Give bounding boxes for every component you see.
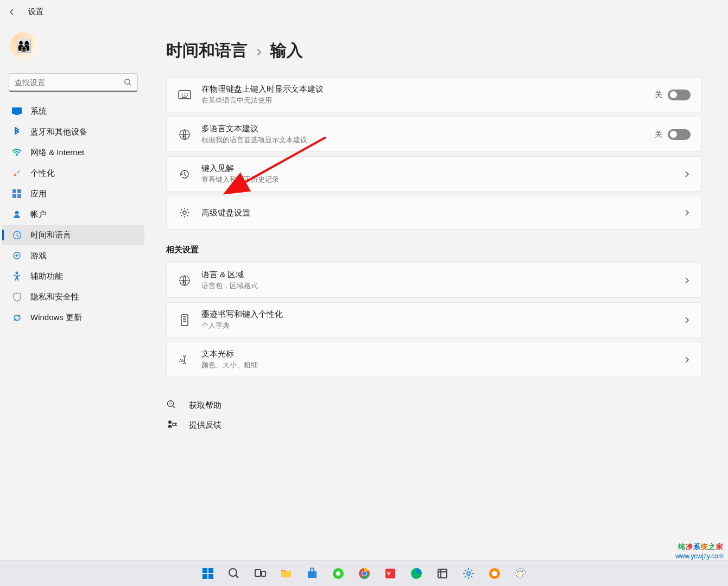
help-label: 提供反馈 <box>189 420 221 430</box>
app-title: 设置 <box>28 7 43 17</box>
history-icon <box>178 167 192 181</box>
watermark-text: 纯净系统之家 <box>678 542 724 552</box>
sidebar-item-time-language[interactable]: 时间和语言 <box>2 225 144 245</box>
feedback-link[interactable]: 提供反馈 <box>166 416 702 434</box>
sidebar-item-gaming[interactable]: 游戏 <box>2 246 144 265</box>
breadcrumb-parent[interactable]: 时间和语言 <box>166 40 248 62</box>
nav-label: 网络 & Internet <box>30 148 84 158</box>
display-icon <box>12 106 22 116</box>
svg-rect-2 <box>15 114 19 115</box>
nav-label: 辅助功能 <box>30 271 63 282</box>
setting-advanced-keyboard[interactable]: 高级键盘设置 <box>166 196 702 230</box>
taskbar: ¥ <box>0 560 728 586</box>
svg-point-0 <box>125 79 130 84</box>
svg-rect-5 <box>17 189 21 193</box>
svg-rect-25 <box>208 568 213 573</box>
setting-title: 键入见解 <box>201 163 683 174</box>
svg-rect-24 <box>202 568 207 573</box>
sidebar-item-personalize[interactable]: 个性化 <box>2 163 144 183</box>
setting-sub: 查看键入和更正历史记录 <box>201 175 683 184</box>
network-icon <box>12 148 22 157</box>
back-button[interactable] <box>5 5 18 18</box>
nav-label: 应用 <box>30 189 47 199</box>
watermark: 纯净系统之家 www.ycwjzy.com <box>675 542 724 560</box>
search-box[interactable] <box>9 73 138 92</box>
avatar: 👨‍👩‍👧 <box>10 32 38 60</box>
setting-text: 文本光标 颜色、大小、粗细 <box>201 349 683 370</box>
setting-title: 语言 & 区域 <box>201 270 683 280</box>
nav-label: 隐私和安全性 <box>30 292 79 302</box>
setting-text: 高级键盘设置 <box>201 208 683 218</box>
toggle-switch[interactable] <box>668 129 691 140</box>
svg-rect-7 <box>17 194 21 198</box>
feedback-icon <box>166 419 178 431</box>
get-help-link[interactable]: ? 获取帮助 <box>166 397 702 414</box>
setting-sub: 颜色、大小、粗细 <box>201 360 683 370</box>
content-pane: 时间和语言 › 输入 在物理键盘上键入时显示文本建议 在某些语言中无法使用 关 … <box>147 23 728 509</box>
setting-title: 墨迹书写和键入个性化 <box>201 309 683 320</box>
sidebar-item-privacy[interactable]: 隐私和安全性 <box>2 287 144 307</box>
toggle-switch[interactable] <box>668 90 691 100</box>
svg-text:字: 字 <box>182 280 186 284</box>
taskbar-app-red[interactable]: ¥ <box>379 563 401 584</box>
titlebar: 设置 <box>0 0 728 23</box>
sidebar-item-network[interactable]: 网络 & Internet <box>2 143 144 162</box>
svg-point-46 <box>517 574 519 575</box>
svg-rect-30 <box>262 571 265 576</box>
svg-point-35 <box>362 571 366 576</box>
taskbar-explorer[interactable] <box>275 563 297 584</box>
setting-multilang-suggestions[interactable]: 字 多语言文本建议 根据我的语言首选项显示文本建议 关 <box>166 117 702 152</box>
taskbar-app-green[interactable] <box>327 563 349 584</box>
chevron-right-icon <box>683 277 691 284</box>
search-input[interactable] <box>15 78 124 87</box>
nav-label: Windows 更新 <box>30 313 82 323</box>
related-ink-typing[interactable]: 墨迹书写和键入个性化 个人字典 <box>166 302 702 337</box>
watermark-url: www.ycwjzy.com <box>675 552 724 560</box>
svg-point-3 <box>16 154 18 156</box>
setting-typing-insights[interactable]: 键入见解 查看键入和更正历史记录 <box>166 156 702 192</box>
taskbar-settings[interactable] <box>458 563 479 584</box>
svg-point-42 <box>492 571 497 576</box>
taskbar-store[interactable] <box>301 563 323 584</box>
related-text-cursor[interactable]: Ab 文本光标 颜色、大小、粗细 <box>166 342 702 377</box>
sidebar-item-windows-update[interactable]: Windows 更新 <box>2 308 144 327</box>
keyboard-icon <box>178 88 192 102</box>
multilang-icon: 字 <box>178 128 192 142</box>
taskbar-start[interactable] <box>197 563 219 584</box>
svg-text:字: 字 <box>182 134 186 138</box>
setting-title: 在物理键盘上键入时显示文本建议 <box>201 84 655 94</box>
nav-label: 帐户 <box>30 209 47 220</box>
taskbar-edge[interactable] <box>406 563 427 584</box>
globe-icon: 字 <box>178 273 192 288</box>
profile-block[interactable]: 👨‍👩‍👧 <box>0 28 147 73</box>
svg-rect-26 <box>202 574 207 579</box>
setting-text: 多语言文本建议 根据我的语言首选项显示文本建议 <box>201 124 655 145</box>
taskbar-paint[interactable] <box>510 563 531 584</box>
sidebar-item-accessibility[interactable]: 辅助功能 <box>2 266 144 286</box>
related-language-region[interactable]: 字 语言 & 区域 语言包，区域格式 <box>166 263 702 298</box>
setting-text: 语言 & 区域 语言包，区域格式 <box>201 270 683 291</box>
shield-icon <box>12 292 22 302</box>
update-icon <box>12 313 22 322</box>
sidebar-item-bluetooth[interactable]: 蓝牙和其他设备 <box>2 122 144 142</box>
taskbar-360[interactable] <box>484 563 505 584</box>
svg-point-32 <box>336 571 340 576</box>
nav-label: 个性化 <box>30 168 55 179</box>
sidebar-item-system[interactable]: 系统 <box>2 101 144 121</box>
ink-icon <box>178 313 192 327</box>
svg-point-22 <box>168 421 172 424</box>
svg-point-15 <box>183 211 186 214</box>
taskbar-snip[interactable] <box>432 563 453 584</box>
toggle-state-text: 关 <box>655 130 662 139</box>
setting-text-suggestions[interactable]: 在物理键盘上键入时显示文本建议 在某些语言中无法使用 关 <box>166 77 702 112</box>
taskbar-taskview[interactable] <box>249 563 271 584</box>
svg-text:Ab: Ab <box>179 358 185 363</box>
sidebar-item-account[interactable]: 帐户 <box>2 205 144 224</box>
sidebar-item-apps[interactable]: 应用 <box>2 184 144 203</box>
globe-clock-icon <box>12 230 22 240</box>
taskbar-search[interactable] <box>223 563 245 584</box>
setting-text: 墨迹书写和键入个性化 个人字典 <box>201 309 683 330</box>
setting-sub: 语言包，区域格式 <box>201 281 683 291</box>
taskbar-chrome[interactable] <box>353 563 375 584</box>
svg-rect-27 <box>208 574 213 579</box>
